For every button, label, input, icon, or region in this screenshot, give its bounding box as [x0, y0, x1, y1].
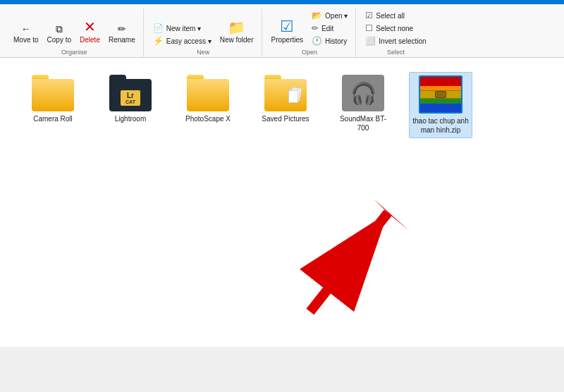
- history-button[interactable]: 🕐 History: [308, 35, 351, 47]
- files-container: Camera Roll Lr CAT Lightroom PhotoScape …: [0, 58, 564, 347]
- new-item-button[interactable]: 📄 New item ▾: [149, 23, 215, 34]
- file-item-lightroom[interactable]: Lr CAT Lightroom: [99, 72, 162, 138]
- rename-icon: ✏: [118, 24, 126, 34]
- invert-selection-icon: ⬜: [365, 36, 376, 46]
- move-to-label: Move to: [13, 36, 39, 44]
- rename-label: Rename: [109, 36, 135, 44]
- copy-to-button[interactable]: ⧉ Copy to: [44, 22, 75, 47]
- file-item-photoscape[interactable]: PhotoScape X: [176, 72, 240, 138]
- organise-group-label: Organise: [61, 47, 87, 57]
- easy-access-icon: ⚡: [153, 36, 164, 46]
- invert-selection-label: Invert selection: [379, 37, 426, 45]
- select-all-label: Select all: [376, 12, 405, 20]
- select-none-icon: ☐: [365, 23, 373, 33]
- file-name-camera-roll: Camera Roll: [33, 114, 73, 123]
- history-label: History: [325, 37, 347, 45]
- select-all-icon: ☑: [365, 11, 373, 20]
- delete-button[interactable]: ✕ Delete: [76, 18, 104, 47]
- invert-selection-button[interactable]: ⬜ Invert selection: [362, 35, 429, 47]
- file-name-zip: thao tac chup anh man hinh.zip: [412, 116, 469, 135]
- properties-button[interactable]: ☑ Properties: [268, 17, 307, 47]
- zip-icon: [419, 75, 462, 114]
- new-folder-icon: 📁: [228, 20, 245, 35]
- file-name-soundmax: SoundMax BT-700: [334, 114, 392, 133]
- properties-label: Properties: [271, 36, 304, 44]
- soundmax-icon: 🎧: [342, 75, 384, 111]
- folder-icon-camera-roll: [32, 75, 74, 111]
- ribbon: ← Move to ⧉ Copy to ✕ Delete ✏ Rename Or…: [0, 4, 564, 58]
- delete-label: Delete: [80, 36, 100, 44]
- content-area: Camera Roll Lr CAT Lightroom PhotoScape …: [0, 58, 564, 347]
- delete-icon: ✕: [84, 20, 96, 34]
- move-to-button[interactable]: ← Move to: [10, 22, 42, 47]
- file-name-photoscape: PhotoScape X: [185, 114, 231, 123]
- copy-to-icon: ⧉: [56, 24, 63, 34]
- file-item-soundmax[interactable]: 🎧 SoundMax BT-700: [331, 72, 395, 138]
- edit-button[interactable]: ✏ Edit: [308, 23, 351, 34]
- properties-icon: ☑: [280, 19, 294, 35]
- file-name-saved-pictures: Saved Pictures: [262, 114, 309, 123]
- easy-access-button[interactable]: ⚡ Easy access ▾: [149, 35, 215, 47]
- folder-icon-photoscape: [187, 75, 229, 111]
- ribbon-group-organise: ← Move to ⧉ Copy to ✕ Delete ✏ Rename Or…: [6, 8, 144, 57]
- file-name-lightroom: Lightroom: [115, 114, 146, 123]
- rename-button[interactable]: ✏ Rename: [105, 22, 139, 47]
- select-none-button[interactable]: ☐ Select none: [362, 23, 429, 34]
- ribbon-group-open: ☑ Properties 📂 Open ▾ ✏ Edit 🕐 History: [264, 8, 357, 57]
- move-to-icon: ←: [21, 24, 31, 34]
- new-folder-label: New folder: [220, 36, 254, 44]
- ribbon-group-new: 📄 New item ▾ ⚡ Easy access ▾ 📁 New folde…: [145, 8, 262, 57]
- new-folder-button[interactable]: 📁 New folder: [216, 18, 257, 47]
- folder-icon-saved-pictures: [264, 75, 307, 111]
- easy-access-label: Easy access ▾: [166, 37, 212, 45]
- select-none-label: Select none: [376, 25, 413, 32]
- file-item-zip[interactable]: thao tac chup anh man hinh.zip: [409, 72, 472, 138]
- new-group-label: New: [197, 47, 209, 57]
- edit-label: Edit: [321, 25, 333, 32]
- select-group-label: Select: [387, 47, 405, 57]
- select-all-button[interactable]: ☑ Select all: [362, 10, 429, 21]
- folder-icon-lightroom: Lr CAT: [109, 75, 152, 111]
- new-item-label: New item ▾: [166, 25, 201, 32]
- edit-icon: ✏: [312, 23, 319, 33]
- open-button[interactable]: 📂 Open ▾: [308, 10, 351, 21]
- file-item-camera-roll[interactable]: Camera Roll: [21, 72, 85, 138]
- new-item-icon: 📄: [153, 23, 164, 33]
- ribbon-group-select: ☑ Select all ☐ Select none ⬜ Invert sele…: [357, 8, 434, 57]
- open-group-label: Open: [302, 47, 317, 57]
- file-item-saved-pictures[interactable]: Saved Pictures: [254, 72, 317, 138]
- copy-to-label: Copy to: [47, 36, 71, 44]
- open-label: Open ▾: [325, 12, 348, 20]
- history-icon: 🕐: [312, 36, 322, 46]
- open-icon: 📂: [312, 11, 322, 20]
